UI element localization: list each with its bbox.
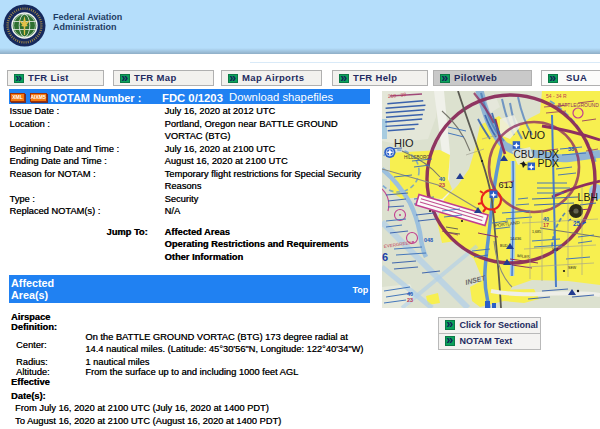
svg-text:23: 23 bbox=[439, 182, 445, 188]
svg-text:CBU: CBU bbox=[514, 149, 535, 160]
svg-text:PDX: PDX bbox=[538, 157, 560, 169]
svg-text:BUD: BUD bbox=[500, 244, 508, 248]
svg-text:23: 23 bbox=[407, 297, 413, 303]
svg-text:38: 38 bbox=[568, 146, 574, 152]
svg-text:17: 17 bbox=[543, 222, 549, 228]
svg-text:54 - 34 R: 54 - 34 R bbox=[546, 93, 567, 99]
svg-text:VUO: VUO bbox=[522, 129, 545, 141]
svg-text:984: 984 bbox=[552, 248, 558, 252]
svg-text:HIO: HIO bbox=[394, 137, 414, 149]
svg-text:1,685: 1,685 bbox=[532, 230, 541, 234]
svg-text:SEW: SEW bbox=[568, 266, 577, 270]
svg-text:LBH: LBH bbox=[578, 191, 598, 203]
svg-text:14436: 14436 bbox=[510, 236, 522, 241]
svg-text:048: 048 bbox=[424, 237, 433, 243]
svg-text:6: 6 bbox=[382, 251, 388, 263]
